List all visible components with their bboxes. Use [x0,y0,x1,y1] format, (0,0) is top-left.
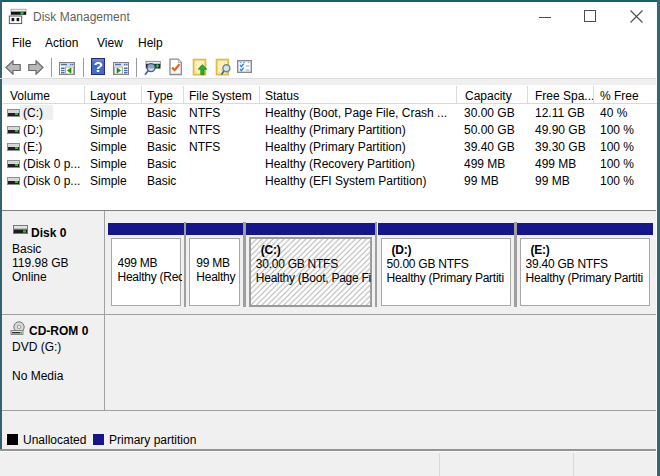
svg-text:?: ? [93,58,102,75]
